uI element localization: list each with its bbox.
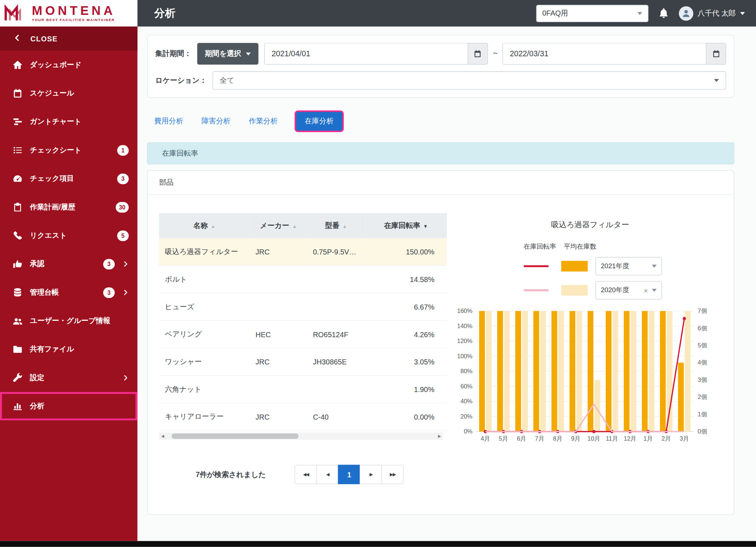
pagination-last-button[interactable]: ▶▶ [381, 465, 404, 484]
sidebar-item-gantt[interactable]: ガントチャート [0, 107, 138, 136]
scrollbar-track[interactable] [166, 433, 436, 439]
chevron-right-icon [122, 375, 128, 381]
horizontal-scrollbar[interactable]: ◀ ▶ [159, 433, 443, 440]
sidebar-item-checksheet[interactable]: チェックシート1 [0, 136, 138, 164]
table-row[interactable]: ワッシャーJRCJH30865E3.05% [159, 348, 447, 375]
column-header-model[interactable]: 型番▲ [307, 213, 365, 238]
date-to-input[interactable] [503, 43, 706, 65]
tab-failure[interactable]: 障害分析 [201, 117, 230, 126]
svg-text:140%: 140% [457, 323, 473, 330]
range-separator: ~ [493, 49, 498, 59]
svg-text:20%: 20% [461, 413, 473, 420]
sidebar-item-request[interactable]: リクエスト5 [0, 221, 138, 250]
sidebar-item-approval[interactable]: 承認3 [0, 250, 138, 278]
pagination: ◀◀ ◀ 1 ▶ ▶▶ [295, 465, 404, 484]
period-label: 集計期間： [155, 49, 192, 58]
svg-text:120%: 120% [457, 338, 473, 344]
tab-work[interactable]: 作業分析 [249, 117, 278, 126]
count-badge: 5 [117, 230, 129, 241]
sidebar-item-label: 管理台帳 [30, 288, 59, 297]
turnover-banner-label: 在庫回転率 [162, 149, 198, 158]
sidebar-item-analysis[interactable]: 分析 [0, 392, 138, 420]
count-badge: 3 [103, 259, 115, 269]
chevron-down-icon [740, 12, 745, 15]
pagination-first-button[interactable]: ◀◀ [295, 465, 317, 484]
remove-icon[interactable]: × [644, 286, 648, 294]
column-header-maker[interactable]: メーカー▲ [250, 213, 307, 238]
period-select-button[interactable]: 期間を選択 [197, 43, 258, 65]
app-window: MONTENA YOUR BEST FACILITIES MAINTAINER … [0, 0, 756, 547]
svg-text:6個: 6個 [698, 325, 707, 332]
svg-text:40%: 40% [461, 398, 473, 405]
pagination-page-1[interactable]: 1 [338, 465, 360, 484]
chevron-right-icon [122, 261, 128, 267]
pagination-prev-button[interactable]: ◀ [316, 465, 339, 484]
sidebar-item-label: ユーザー・グループ情報 [30, 316, 110, 325]
sidebar-item-user-groups[interactable]: ユーザー・グループ情報 [0, 307, 138, 335]
sidebar-item-dashboard[interactable]: ダッシュボード [0, 50, 138, 79]
table-row[interactable]: 吸込ろ過器フィルターJRC0.75P-9.5V…150.00% [159, 238, 447, 265]
svg-text:80%: 80% [461, 368, 473, 375]
svg-text:1月: 1月 [643, 435, 653, 442]
table-row[interactable]: ボルト14.58% [159, 265, 447, 293]
scroll-left-icon[interactable]: ◀ [159, 434, 166, 438]
sidebar-item-settings[interactable]: 設定 [0, 364, 138, 392]
turnover-banner: 在庫回転率 [147, 142, 734, 164]
parts-card: 部品 名称▲メーカー▲型番▲在庫回転率▼ 吸込ろ過器フィルターJRC0.75P-… [147, 170, 734, 515]
sidebar-close-button[interactable]: CLOSE [0, 26, 138, 50]
sidebar-item-ledger[interactable]: 管理台帳3 [0, 278, 138, 307]
svg-text:10月: 10月 [588, 435, 600, 442]
table-row[interactable]: 六角ナット1.90% [159, 375, 447, 403]
sidebar-item-checkitems[interactable]: チェック項目3 [0, 164, 138, 193]
pagination-next-button[interactable]: ▶ [360, 465, 382, 484]
table-row[interactable]: ヒューズ6.67% [159, 293, 447, 321]
avatar [679, 6, 693, 21]
scrollbar-thumb[interactable] [172, 433, 298, 439]
workspace-select[interactable]: 0FAQ用 [536, 5, 649, 22]
column-header-name[interactable]: 名称▲ [159, 213, 250, 238]
page-title: 分析 [154, 6, 175, 21]
user-menu[interactable]: 八千代 太郎 [679, 6, 745, 21]
result-count: 7件が検索されました [196, 470, 266, 479]
calendar-icon[interactable] [467, 43, 488, 65]
gantt-icon [12, 117, 23, 127]
sort-asc-icon: ▲ [342, 224, 347, 229]
sidebar-item-schedule[interactable]: スケジュール [0, 79, 138, 107]
tab-inventory[interactable]: 在庫分析 [296, 112, 343, 131]
svg-text:1個: 1個 [698, 411, 707, 418]
table-row[interactable]: ベアリングHECRO65124F4.26% [159, 321, 447, 348]
year-select[interactable]: 2020年度× [596, 281, 662, 299]
sidebar-item-workplan[interactable]: 作業計画/履歴30 [0, 193, 138, 221]
logo[interactable]: MONTENA YOUR BEST FACILITIES MAINTAINER [0, 0, 138, 26]
brand-tagline: YOUR BEST FACILITIES MAINTAINER [32, 18, 115, 22]
table-row[interactable]: キャリアローラーJRCC-400.00% [159, 403, 447, 430]
year-select[interactable]: 2021年度 [596, 257, 662, 275]
column-header-rate[interactable]: 在庫回転率▼ [365, 213, 447, 238]
sort-desc-icon: ▼ [423, 224, 428, 229]
sort-asc-icon: ▲ [292, 224, 297, 229]
svg-text:0%: 0% [464, 428, 473, 435]
folder-icon [12, 344, 23, 355]
date-from-input[interactable] [264, 43, 467, 65]
location-select[interactable]: 全て [213, 72, 726, 90]
svg-text:100%: 100% [457, 353, 473, 360]
line-swatch [524, 289, 549, 291]
svg-text:4個: 4個 [698, 359, 707, 366]
chart-title: 吸込ろ過器フィルター [452, 220, 728, 230]
chevron-down-icon [652, 289, 657, 292]
sidebar-item-shared-files[interactable]: 共有ファイル [0, 335, 138, 363]
legend-header-turnover: 在庫回転率 [524, 242, 556, 251]
calendar-icon[interactable] [706, 43, 726, 65]
scroll-right-icon[interactable]: ▶ [436, 434, 443, 438]
sidebar-item-label: 承認 [30, 260, 44, 269]
chart-legend: 2021年度2020年度× [452, 257, 728, 299]
barchart-icon [12, 401, 23, 411]
phone-icon [12, 230, 23, 241]
notifications-bell-icon[interactable] [658, 8, 669, 19]
turnover-chart: 0%20%40%60%80%100%120%140%160%0個1個2個3個4個… [452, 305, 715, 448]
sort-asc-icon: ▲ [211, 224, 216, 229]
svg-text:0個: 0個 [698, 428, 707, 435]
tab-cost[interactable]: 費用分析 [154, 117, 183, 126]
sidebar-close-label: CLOSE [30, 34, 58, 43]
filter-panel: 集計期間： 期間を選択 ~ [147, 35, 734, 98]
